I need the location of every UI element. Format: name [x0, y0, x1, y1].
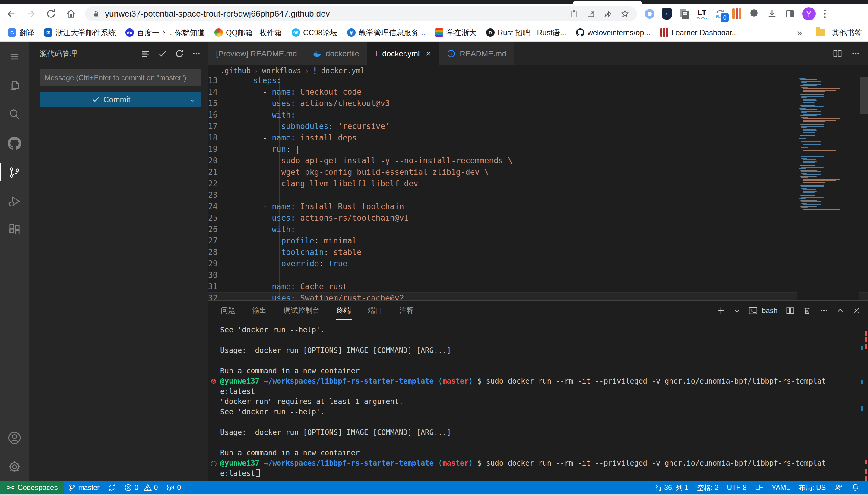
bookmark-item[interactable]: du百度一下，你就知道 [122, 26, 208, 40]
line-number[interactable]: 23 [208, 189, 234, 201]
bookmark-item[interactable]: 学在浙大 [431, 26, 480, 40]
keyboard-layout-indicator[interactable]: 布局: US [794, 481, 830, 494]
source-control-icon[interactable] [0, 158, 29, 187]
language-indicator[interactable]: YAML [767, 481, 794, 494]
bookmark-item[interactable]: RRust 招聘 - Rust语... [482, 26, 570, 40]
bookmark-item[interactable]: G翻译 [4, 26, 38, 40]
editor-more-icon[interactable] [851, 49, 860, 58]
run-debug-icon[interactable] [0, 187, 29, 216]
line-number[interactable]: 24 [208, 201, 234, 212]
remote-indicator[interactable]: >< Codespaces [0, 481, 64, 494]
account-icon[interactable] [0, 423, 29, 452]
commit-button[interactable]: Commit ⌄ [40, 92, 201, 107]
ext-languagetool-icon[interactable]: LT [697, 9, 707, 19]
line-number[interactable]: 31 [208, 281, 234, 292]
ext-sync-icon[interactable]: 0 [715, 9, 725, 19]
open-in-window-icon[interactable] [586, 9, 595, 18]
other-bookmarks-label[interactable]: 其他书签 [832, 28, 862, 38]
bookmark-item[interactable]: weloveinterns/op... [572, 27, 654, 39]
terminal-dropdown-chevron[interactable] [733, 307, 740, 314]
ext-ring-icon[interactable] [645, 9, 655, 19]
line-number[interactable]: 27 [208, 235, 234, 247]
new-terminal-icon[interactable] [717, 307, 725, 315]
extensions-icon[interactable] [0, 216, 29, 245]
ext-shield-icon[interactable]: › [662, 8, 672, 19]
ext-pencils-icon[interactable] [732, 9, 741, 19]
ports-indicator[interactable]: 0 [162, 481, 185, 494]
more-actions-icon[interactable] [192, 49, 201, 58]
reading-list-icon[interactable] [569, 9, 579, 18]
line-number[interactable]: 19 [208, 143, 234, 155]
search-icon[interactable] [0, 100, 29, 129]
split-editor-icon[interactable] [833, 49, 842, 58]
branch-indicator[interactable]: master [64, 481, 103, 494]
eol-indicator[interactable]: LF [751, 481, 767, 494]
tab--preview-readme.md[interactable]: [Preview] README.md [208, 42, 305, 65]
indentation-indicator[interactable]: 空格: 2 [693, 481, 723, 494]
code-editor[interactable]: 13 steps:14 - name: Checkout code15 uses… [208, 77, 868, 300]
panel-more-icon[interactable] [820, 307, 828, 315]
line-number[interactable]: 22 [208, 178, 234, 189]
breadcrumb-file[interactable]: docker.yml [321, 66, 365, 75]
line-number[interactable]: 16 [208, 109, 234, 121]
view-as-list-icon[interactable] [141, 49, 150, 58]
line-number[interactable]: 32 [208, 292, 234, 300]
menu-icon[interactable] [0, 42, 29, 71]
cursor-position[interactable]: 行 36, 列 1 [651, 481, 693, 494]
tab-readme.md[interactable]: README.md [439, 42, 514, 65]
notifications-bell[interactable] [847, 481, 864, 494]
problems-indicator[interactable]: 0 0 [120, 481, 162, 494]
line-number[interactable]: 13 [208, 77, 234, 86]
panel-tab-终端[interactable]: 终端 [336, 301, 351, 320]
line-number[interactable]: 14 [208, 86, 234, 98]
panel-tab-端口[interactable]: 端口 [367, 301, 383, 320]
panel-tab-调试控制台[interactable]: 调试控制台 [283, 301, 320, 320]
panel-tab-问题[interactable]: 问题 [220, 301, 236, 320]
terminal-output[interactable]: See 'docker run --help'.Usage: docker ru… [208, 321, 868, 481]
line-number[interactable]: 29 [208, 258, 234, 269]
explorer-icon[interactable] [0, 71, 29, 100]
browser-menu-icon[interactable] [824, 10, 826, 18]
bookmark-star-icon[interactable] [620, 9, 630, 19]
bookmark-item[interactable]: ◉教学管理信息服务... [344, 26, 429, 40]
panel-tab-输出[interactable]: 输出 [252, 301, 267, 320]
panel-tab-注释[interactable]: 注释 [399, 301, 414, 320]
breadcrumb-part[interactable]: workflows [262, 66, 301, 75]
close-panel-icon[interactable] [852, 307, 860, 314]
feedback-button[interactable] [830, 481, 847, 494]
bookmark-item[interactable]: ✉浙江大学邮件系统 [41, 26, 119, 40]
home-button[interactable] [62, 5, 80, 22]
tab-close-icon[interactable]: × [426, 48, 431, 59]
extensions-puzzle-icon[interactable] [749, 9, 760, 19]
forward-button[interactable] [22, 5, 40, 22]
commit-dropdown-chevron[interactable]: ⌄ [183, 92, 201, 107]
maximize-panel-chevron[interactable] [837, 307, 844, 314]
address-bar[interactable]: yunwei37-potential-space-trout-rpr5qwj66… [85, 6, 637, 21]
share-icon[interactable] [603, 9, 612, 18]
breadcrumb[interactable]: .github›workflows›!docker.yml [208, 65, 868, 77]
line-number[interactable]: 17 [208, 121, 234, 132]
sync-indicator[interactable] [104, 481, 120, 494]
bookmark-item[interactable]: QQ邮箱 - 收件箱 [211, 26, 286, 40]
bookmark-item[interactable]: Learner Dashboar... [656, 27, 742, 39]
breadcrumb-part[interactable]: .github [220, 66, 251, 75]
split-terminal-icon[interactable] [786, 307, 794, 315]
line-number[interactable]: 18 [208, 132, 234, 143]
reload-button[interactable] [42, 5, 60, 22]
encoding-indicator[interactable]: UTF-8 [723, 481, 751, 494]
sidebar-toggle-icon[interactable] [785, 9, 795, 19]
back-button[interactable] [2, 5, 20, 22]
commit-check-icon[interactable] [158, 49, 167, 58]
bookmark-item[interactable]: 98CC98论坛 [288, 26, 341, 40]
profile-avatar[interactable]: Y [802, 7, 815, 20]
line-number[interactable]: 15 [208, 98, 234, 109]
line-number[interactable]: 30 [208, 269, 234, 281]
shell-label[interactable]: bash [762, 307, 778, 315]
line-number[interactable]: 25 [208, 212, 234, 223]
minimap[interactable] [797, 77, 859, 300]
ext-pages-icon[interactable] [679, 8, 689, 19]
commit-message-input[interactable] [40, 69, 201, 86]
tab-dockerfile[interactable]: dockerfile [305, 42, 367, 65]
tab-docker.yml[interactable]: !docker.yml× [367, 42, 439, 65]
line-number[interactable]: 28 [208, 247, 234, 258]
